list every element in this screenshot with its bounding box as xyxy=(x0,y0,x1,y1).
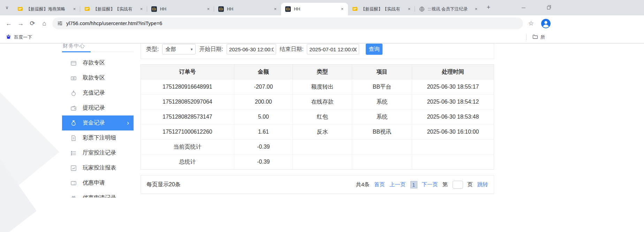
tab-hh-active[interactable]: HH × xyxy=(281,3,348,15)
minimize-button[interactable] xyxy=(515,0,531,15)
sidebar-item-label: 资金记录 xyxy=(83,119,105,127)
tabs-container: 【新提醒】海燕策略 × 【新提醒】【实战有 × HH × HH × HH × xyxy=(13,3,482,15)
tab-close-icon[interactable]: × xyxy=(406,6,412,12)
profile-avatar[interactable] xyxy=(541,19,551,28)
table-row: 1751280916648991 -207.00 额度转出 BB平台 2025-… xyxy=(141,79,494,94)
sidebar-item-player-bet-report[interactable]: 玩家投注报表 xyxy=(62,160,134,175)
page-label-suffix: 页 xyxy=(468,181,473,188)
end-date-input[interactable] xyxy=(307,44,359,54)
per-page-text: 每页显示20条 xyxy=(146,181,181,188)
tab-close-icon[interactable]: × xyxy=(138,6,144,12)
sidebar-menu: 存款专区 取款专区 充值记录 提现记录 xyxy=(62,55,134,197)
sidebar-item-withdraw-records[interactable]: 提现记录 xyxy=(62,100,134,115)
tab-forum-2[interactable]: 【新提醒】【实战有 × xyxy=(80,3,147,15)
document-icon xyxy=(70,135,77,141)
forum-yellow-icon xyxy=(84,6,90,12)
home-button[interactable]: ⌂ xyxy=(38,17,50,29)
page-number-input[interactable] xyxy=(453,181,463,189)
amount-cell: -0.39 xyxy=(234,140,293,154)
tab-close-icon[interactable]: × xyxy=(339,6,345,12)
reload-button[interactable]: ⟳ xyxy=(26,17,38,29)
tab-close-icon[interactable]: × xyxy=(473,6,479,12)
column-header: 类型 xyxy=(293,65,352,79)
column-header: 订单号 xyxy=(141,65,234,79)
current-page-badge[interactable]: 1 xyxy=(410,181,417,188)
forward-button[interactable]: → xyxy=(15,17,26,29)
new-tab-button[interactable]: + xyxy=(484,3,493,12)
table-header-row: 订单号 金额 类型 项目 处理时间 xyxy=(141,65,494,79)
type-cell xyxy=(293,155,352,169)
search-button[interactable]: 查询 xyxy=(366,44,382,55)
wallet-icon xyxy=(70,105,77,111)
tab-label: :::视讯 会员下注纪录 xyxy=(428,6,471,12)
column-header: 项目 xyxy=(352,65,412,79)
tab-hh-2[interactable]: HH × xyxy=(214,3,281,15)
baidu-favicon xyxy=(6,34,12,41)
sidebar-item-withdraw-zone[interactable]: 取款专区 xyxy=(62,70,134,85)
sidebar-item-deposit-zone[interactable]: 存款专区 xyxy=(62,55,134,70)
filter-bar: 类型: 全部 ▾ 开始日期: 结束日期: 查询 xyxy=(141,44,494,59)
order-id-cell: 1751280916648991 xyxy=(141,80,234,94)
bookmark-star-icon[interactable]: ☆ xyxy=(526,18,536,29)
total-count-text: 共4条 xyxy=(356,181,370,188)
sidebar-item-promo-apply-records[interactable]: 优惠申请记录 xyxy=(62,190,134,197)
sidebar-item-funds-records[interactable]: 资金记录 › xyxy=(62,115,134,130)
tab-hh-1[interactable]: HH × xyxy=(147,3,214,15)
sidebar-item-recharge-records[interactable]: 充值记录 xyxy=(62,85,134,100)
page-content: 财务中心 存款专区 取款专区 充值记录 xyxy=(0,43,644,232)
tab-video-records[interactable]: :::视讯 会员下注纪录 × xyxy=(415,3,482,15)
sidebar-item-promo-apply[interactable]: 优惠申请 xyxy=(62,175,134,190)
tab-label: 【新提醒】海燕策略 xyxy=(26,6,70,12)
tab-label: 【新提醒】【实战有 xyxy=(93,6,137,12)
folder-icon xyxy=(532,34,538,40)
tab-close-icon[interactable]: × xyxy=(71,6,77,12)
ticket-icon xyxy=(70,180,77,186)
sidebar-item-label: 取款专区 xyxy=(83,74,105,82)
folder-label: 所 xyxy=(540,34,545,40)
start-date-input[interactable] xyxy=(227,44,276,54)
sidebar-item-label: 存款专区 xyxy=(83,59,105,67)
url-text: yl756.com/hhcp/usercenter.html?iniType=6 xyxy=(66,21,162,26)
tab-close-icon[interactable]: × xyxy=(272,6,278,12)
project-cell: BB视讯 xyxy=(352,125,412,139)
tab-search-chevron-icon[interactable]: ∨ xyxy=(3,3,11,12)
tab-label: HH xyxy=(160,7,204,12)
banknote-icon xyxy=(70,75,77,81)
sidebar-item-label: 彩票下注明细 xyxy=(83,134,116,142)
tab-close-icon[interactable]: × xyxy=(205,6,211,12)
type-cell xyxy=(293,140,352,154)
bookmark-baidu[interactable]: 百度一下 xyxy=(3,33,34,42)
report-chart-icon xyxy=(70,165,77,171)
next-page-link[interactable]: 下一页 xyxy=(422,181,438,188)
order-id-cell: 1751280828573147 xyxy=(141,110,234,124)
jump-link[interactable]: 跳转 xyxy=(477,181,488,188)
all-bookmarks-folder[interactable]: 所 xyxy=(526,34,545,40)
prev-page-link[interactable]: 上一页 xyxy=(389,181,406,188)
sidebar-item-hall-bet-records[interactable]: 厅室投注记录 xyxy=(62,145,134,160)
sidebar-title-underline xyxy=(62,51,91,52)
tab-label: HH xyxy=(227,7,271,12)
type-select[interactable]: 全部 ▾ xyxy=(162,44,196,54)
hh-chart-icon xyxy=(285,6,291,12)
table-row: 1751280852097064 200.00 在线存款 系统 2025-06-… xyxy=(141,94,494,109)
sidebar-item-label: 厅室投注记录 xyxy=(83,149,116,157)
amount-cell: 200.00 xyxy=(234,95,293,109)
address-bar[interactable]: yl756.com/hhcp/usercenter.html?iniType=6 xyxy=(52,17,523,29)
table-row: 1751280828573147 5.00 红包 系统 2025-06-30 1… xyxy=(141,109,494,124)
sidebar-item-lottery-bet-details[interactable]: 彩票下注明细 xyxy=(62,130,134,145)
tab-forum-1[interactable]: 【新提醒】海燕策略 × xyxy=(13,3,80,15)
funds-records-panel: 类型: 全部 ▾ 开始日期: 结束日期: 查询 订单号 金额 类型 xyxy=(141,44,494,197)
summary-label-cell: 当前页统计 xyxy=(141,140,234,154)
site-controls-icon[interactable] xyxy=(57,21,63,26)
coin-deposit-icon xyxy=(70,90,77,96)
tab-forum-3[interactable]: 【新提醒】【实战有 × xyxy=(348,3,415,15)
gift-icon xyxy=(70,195,77,198)
sidebar-item-label: 优惠申请 xyxy=(83,179,105,187)
table-summary-row-page: 当前页统计 -0.39 xyxy=(141,139,494,154)
navigation-bar: ← → ⟳ ⌂ yl756.com/hhcp/usercenter.html?i… xyxy=(0,15,644,31)
restore-button[interactable] xyxy=(540,0,556,15)
first-page-link[interactable]: 首页 xyxy=(374,181,385,188)
back-button[interactable]: ← xyxy=(3,17,15,29)
window-controls xyxy=(515,0,566,15)
forum-yellow-icon xyxy=(352,6,358,12)
